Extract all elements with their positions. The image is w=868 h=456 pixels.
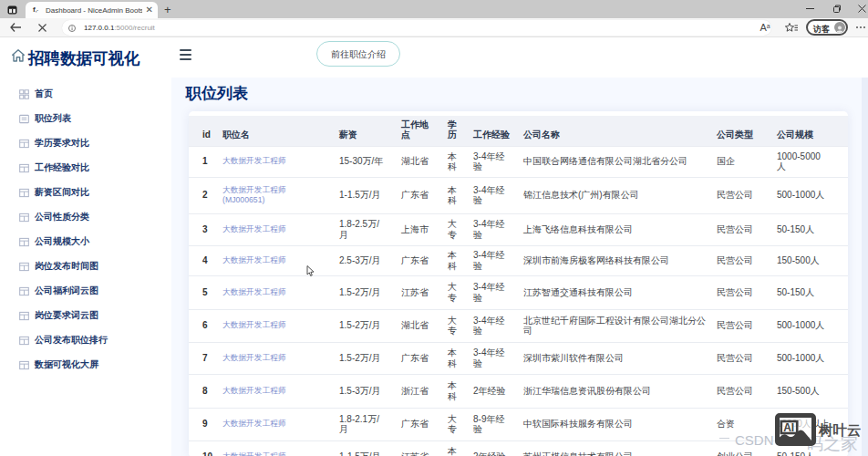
svg-text:AI: AI bbox=[783, 421, 794, 434]
